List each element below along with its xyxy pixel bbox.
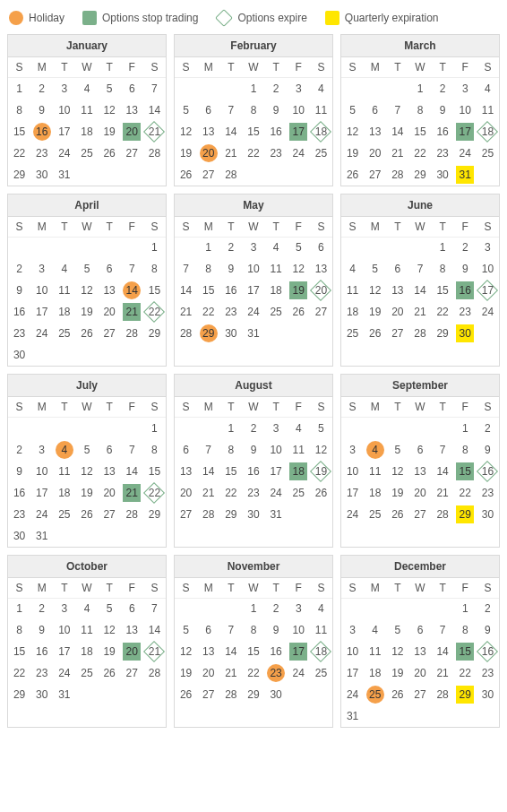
weekday-header: T bbox=[265, 578, 288, 599]
empty-cell bbox=[386, 598, 408, 619]
expire-icon bbox=[216, 9, 234, 27]
day-cell: 8 bbox=[143, 439, 166, 461]
day-cell: 30 bbox=[8, 525, 30, 547]
month-may: MaySMTWTFS123456789101112131415161718192… bbox=[174, 194, 333, 367]
day-cell: 3 bbox=[242, 237, 264, 258]
day-cell: 28 bbox=[121, 504, 143, 525]
day-cell: 23 bbox=[265, 143, 288, 164]
legend-quarterly-label: Quarterly expiration bbox=[345, 12, 439, 24]
weekday-header: M bbox=[30, 217, 53, 238]
day-cell: 27 bbox=[408, 504, 431, 525]
empty-cell bbox=[386, 237, 408, 258]
weekday-header: T bbox=[99, 57, 121, 78]
calendar-table: SMTWTFS123456789101112131415161718192021… bbox=[341, 397, 499, 525]
day-cell: 26 bbox=[341, 164, 364, 186]
day-cell: 31 bbox=[454, 164, 477, 186]
day-cell: 6 bbox=[121, 78, 143, 99]
day-cell: 7 bbox=[143, 78, 166, 99]
day-cell: 28 bbox=[408, 323, 431, 344]
empty-cell bbox=[75, 525, 98, 547]
empty-cell bbox=[121, 164, 143, 186]
day-cell: 28 bbox=[121, 323, 143, 344]
empty-cell bbox=[8, 418, 30, 439]
day-cell: 15 bbox=[454, 641, 477, 662]
day-cell: 6 bbox=[99, 439, 121, 461]
weekday-header: F bbox=[454, 397, 477, 418]
day-cell: 3 bbox=[454, 78, 477, 99]
day-cell: 30 bbox=[432, 164, 454, 186]
day-cell: 1 bbox=[408, 78, 431, 99]
day-cell: 24 bbox=[341, 684, 364, 705]
day-cell: 10 bbox=[53, 99, 75, 121]
day-cell: 20 bbox=[99, 482, 121, 504]
empty-cell bbox=[175, 78, 197, 99]
day-cell: 5 bbox=[386, 619, 408, 641]
month-header: November bbox=[175, 556, 332, 578]
day-cell: 2 bbox=[8, 258, 30, 280]
day-cell: 11 bbox=[265, 258, 288, 280]
empty-cell bbox=[30, 237, 53, 258]
day-cell: 12 bbox=[99, 619, 121, 641]
day-cell: 1 bbox=[8, 598, 30, 619]
day-cell: 25 bbox=[364, 684, 386, 705]
day-cell: 25 bbox=[310, 143, 332, 164]
day-cell: 18 bbox=[364, 482, 386, 504]
day-cell: 28 bbox=[219, 684, 242, 705]
day-cell: 24 bbox=[288, 662, 310, 684]
legend-stop-label: Options stop trading bbox=[102, 12, 198, 24]
day-cell: 9 bbox=[242, 439, 264, 461]
empty-cell bbox=[99, 418, 121, 439]
weekday-header: T bbox=[265, 397, 288, 418]
day-cell: 15 bbox=[408, 121, 431, 143]
day-cell: 23 bbox=[219, 301, 242, 323]
day-cell: 29 bbox=[143, 504, 166, 525]
day-cell: 1 bbox=[454, 598, 477, 619]
day-cell: 5 bbox=[75, 439, 98, 461]
empty-cell bbox=[454, 705, 477, 727]
day-cell: 28 bbox=[432, 684, 454, 705]
day-cell: 11 bbox=[75, 619, 98, 641]
month-july: JulySMTWTFS12345678910111213141516171819… bbox=[7, 374, 167, 548]
weekday-header: S bbox=[341, 578, 364, 599]
weekday-header: S bbox=[477, 397, 499, 418]
calendar-table: SMTWTFS123456789101112131415161718192021… bbox=[175, 217, 332, 345]
day-cell: 5 bbox=[386, 439, 408, 461]
day-cell: 11 bbox=[310, 99, 332, 121]
day-cell: 4 bbox=[75, 598, 98, 619]
weekday-header: S bbox=[310, 397, 332, 418]
weekday-header: T bbox=[53, 397, 75, 418]
weekday-header: S bbox=[8, 57, 30, 78]
empty-cell bbox=[265, 323, 288, 344]
day-cell: 20 bbox=[386, 301, 408, 323]
day-cell: 17 bbox=[30, 482, 53, 504]
stop-trading-icon bbox=[82, 11, 97, 25]
day-cell: 16 bbox=[30, 121, 53, 143]
empty-cell bbox=[121, 344, 143, 366]
day-cell: 20 bbox=[408, 482, 431, 504]
weekday-header: S bbox=[477, 578, 499, 599]
day-cell: 25 bbox=[75, 143, 98, 164]
calendar-table: SMTWTFS123456789101112131415161718192021… bbox=[341, 57, 499, 186]
weekday-header: F bbox=[288, 217, 310, 238]
weekday-header: S bbox=[341, 57, 364, 78]
day-cell: 22 bbox=[8, 662, 30, 684]
day-cell: 2 bbox=[219, 237, 242, 258]
day-cell: 7 bbox=[219, 619, 242, 641]
day-cell: 3 bbox=[30, 258, 53, 280]
quarterly-icon bbox=[325, 11, 339, 25]
day-cell: 3 bbox=[477, 237, 499, 258]
day-cell: 22 bbox=[432, 301, 454, 323]
day-cell: 14 bbox=[219, 121, 242, 143]
day-cell: 23 bbox=[454, 301, 477, 323]
empty-cell bbox=[341, 237, 364, 258]
weekday-header: W bbox=[75, 578, 98, 599]
day-cell: 15 bbox=[242, 641, 264, 662]
day-cell: 22 bbox=[242, 143, 264, 164]
day-cell: 1 bbox=[143, 237, 166, 258]
day-cell: 14 bbox=[121, 461, 143, 482]
day-cell: 12 bbox=[75, 461, 98, 482]
day-cell: 13 bbox=[175, 461, 197, 482]
weekday-header: M bbox=[364, 57, 386, 78]
weekday-header: W bbox=[242, 217, 264, 238]
day-cell: 16 bbox=[242, 461, 264, 482]
